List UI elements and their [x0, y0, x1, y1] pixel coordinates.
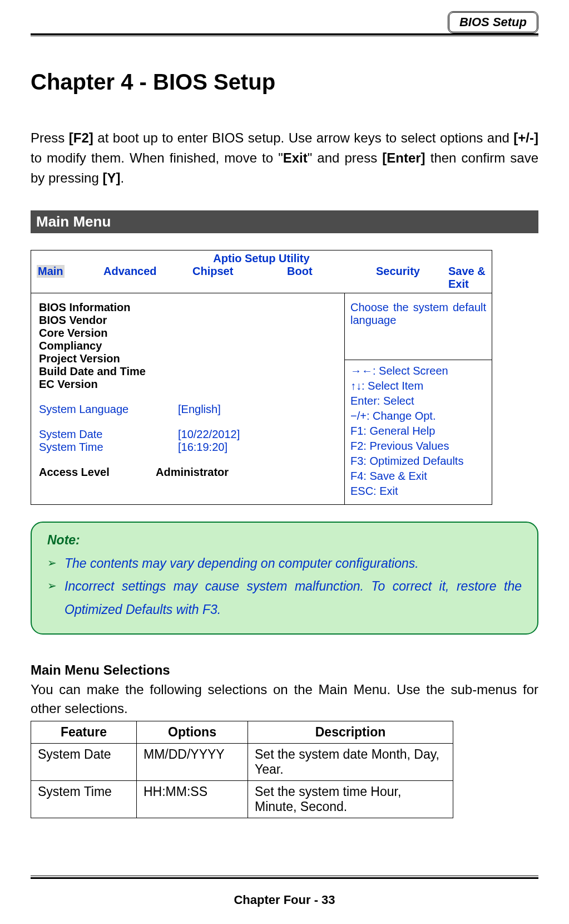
system-time-value[interactable]: [16:19:20]	[178, 441, 227, 454]
nav-key-line: F4: Save & Exit	[350, 469, 486, 484]
system-date-value[interactable]: [10/22/2012]	[178, 428, 240, 441]
bios-info-heading: BIOS Information	[39, 301, 339, 314]
cell-description: Set the system time Hour, Minute, Second…	[248, 781, 453, 818]
nav-key-line: ESC: Exit	[350, 484, 486, 499]
key-f2: [F2]	[69, 130, 93, 145]
subsection-intro: You can make the following selections on…	[31, 680, 538, 717]
table-header-feature: Feature	[31, 721, 137, 744]
tab-main[interactable]: Main	[37, 265, 103, 291]
cell-description: Set the system date Month, Day, Year.	[248, 744, 453, 781]
table-row: System Time HH:MM:SS Set the system time…	[31, 781, 453, 818]
aptio-setup-panel: Aptio Setup Utility Main Advanced Chipse…	[31, 250, 492, 505]
system-language-value[interactable]: [English]	[178, 403, 221, 416]
page-footer: Chapter Four - 33	[31, 876, 538, 907]
aptio-tabs: Main Advanced Chipset Boot Security Save…	[31, 265, 492, 293]
nav-key-line: ↑↓: Select Item	[350, 379, 486, 394]
access-level-label: Access Level	[39, 466, 156, 479]
tab-security[interactable]: Security	[376, 265, 448, 291]
bullet-icon: ➢	[47, 575, 57, 621]
intro-text: at boot up to enter BIOS setup. Use arro…	[93, 130, 513, 145]
intro-text: " and press	[308, 150, 383, 165]
system-language-label[interactable]: System Language	[39, 403, 178, 416]
cell-options: MM/DD/YYYY	[137, 744, 248, 781]
nav-key-line: F2: Previous Values	[350, 439, 486, 454]
footer-rule	[31, 876, 538, 879]
table-header-options: Options	[137, 721, 248, 744]
key-exit: Exit	[283, 150, 308, 165]
aptio-title: Aptio Setup Utility	[31, 250, 492, 265]
build-date-label: Build Date and Time	[39, 365, 339, 378]
navigation-keys: →←: Select Screen ↑↓: Select Item Enter:…	[345, 360, 492, 504]
table-row: System Date MM/DD/YYYY Set the system da…	[31, 744, 453, 781]
tab-advanced[interactable]: Advanced	[103, 265, 192, 291]
note-box: Note: ➢ The contents may vary depending …	[31, 522, 538, 635]
nav-key-line: Enter: Select	[350, 394, 486, 409]
header-badge: BIOS Setup	[448, 11, 538, 33]
bios-vendor-label: BIOS Vendor	[39, 314, 339, 327]
nav-key-line: F1: General Help	[350, 424, 486, 439]
core-version-label: Core Version	[39, 327, 339, 340]
intro-text: to modify them. When finished, move to "	[31, 150, 283, 165]
cell-options: HH:MM:SS	[137, 781, 248, 818]
section-heading-main-menu: Main Menu	[31, 210, 538, 233]
project-version-label: Project Version	[39, 352, 339, 365]
nav-key-line: −/+: Change Opt.	[350, 409, 486, 424]
subsection-heading: Main Menu Selections	[31, 662, 538, 678]
table-header-description: Description	[248, 721, 453, 744]
system-time-label[interactable]: System Time	[39, 441, 178, 454]
footer-text: Chapter Four - 33	[31, 893, 538, 907]
tab-main-label: Main	[37, 265, 65, 278]
note-text: The contents may vary depending on compu…	[65, 552, 522, 575]
system-date-label[interactable]: System Date	[39, 428, 178, 441]
header-rule	[31, 33, 538, 36]
intro-text: .	[120, 170, 124, 185]
page-title: Chapter 4 - BIOS Setup	[31, 70, 538, 95]
aptio-main-content: BIOS Information BIOS Vendor Core Versio…	[31, 293, 345, 504]
bullet-icon: ➢	[47, 552, 57, 575]
cell-feature: System Time	[31, 781, 137, 818]
tab-boot[interactable]: Boot	[287, 265, 376, 291]
cell-feature: System Date	[31, 744, 137, 781]
compliancy-label: Compliancy	[39, 340, 339, 352]
key-enter: [Enter]	[382, 150, 425, 165]
selections-table: Feature Options Description System Date …	[31, 721, 453, 818]
intro-paragraph: Press [F2] at boot up to enter BIOS setu…	[31, 128, 538, 188]
intro-text: Press	[31, 130, 69, 145]
tab-save-exit[interactable]: Save & Exit	[448, 265, 486, 291]
key-y: [Y]	[102, 170, 120, 185]
page-header: BIOS Setup	[31, 11, 538, 39]
nav-key-line: →←: Select Screen	[350, 363, 486, 379]
note-text: Incorrect settings may cause system malf…	[65, 575, 522, 621]
key-plus-minus: [+/-]	[513, 130, 538, 145]
ec-version-label: EC Version	[39, 378, 339, 391]
access-level-value: Administrator	[156, 466, 229, 479]
note-title: Note:	[47, 533, 522, 548]
tab-chipset[interactable]: Chipset	[192, 265, 287, 291]
nav-key-line: F3: Optimized Defaults	[350, 454, 486, 469]
option-help-text: Choose the system default language	[345, 293, 492, 360]
